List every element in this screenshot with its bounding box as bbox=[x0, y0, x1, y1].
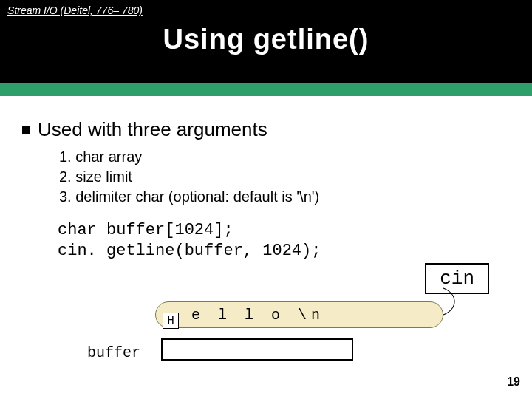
arg-3: delimiter char (optional: default is '\n… bbox=[75, 188, 319, 205]
arg-2: size limit bbox=[75, 168, 132, 185]
code-line-2: cin. getline(buffer, 1024); bbox=[58, 241, 502, 262]
square-bullet-icon bbox=[22, 126, 30, 134]
page-number: 19 bbox=[507, 375, 520, 389]
page-title: Using getline() bbox=[0, 24, 532, 55]
buffer-label: buffer bbox=[87, 344, 140, 361]
slide-header: Stream I/O (Deitel, 776– 780) Using getl… bbox=[0, 0, 532, 83]
breadcrumb: Stream I/O (Deitel, 776– 780) bbox=[0, 4, 532, 16]
list-item: 3. delimiter char (optional: default is … bbox=[59, 187, 502, 207]
arg-1: char array bbox=[75, 149, 142, 165]
main-bullet-text: Used with three arguments bbox=[38, 118, 267, 140]
content-area: Used with three arguments 1. char array … bbox=[0, 96, 532, 261]
code-line-1: char buffer[1024]; bbox=[58, 220, 502, 241]
stream-chars: e l l o \n bbox=[191, 307, 324, 324]
list-item: 1. char array bbox=[59, 147, 502, 167]
code-block: char buffer[1024]; cin. getline(buffer, … bbox=[58, 220, 502, 261]
main-bullet: Used with three arguments bbox=[22, 118, 502, 141]
argument-list: 1. char array 2. size limit 3. delimiter… bbox=[59, 147, 502, 207]
accent-bar bbox=[0, 83, 532, 96]
stream-buffer-oval: e l l o \n bbox=[155, 301, 443, 328]
list-item: 2. size limit bbox=[59, 167, 502, 187]
buffer-array-box bbox=[161, 338, 353, 361]
cin-box: cin bbox=[425, 263, 489, 294]
first-char-box: H bbox=[163, 313, 179, 329]
